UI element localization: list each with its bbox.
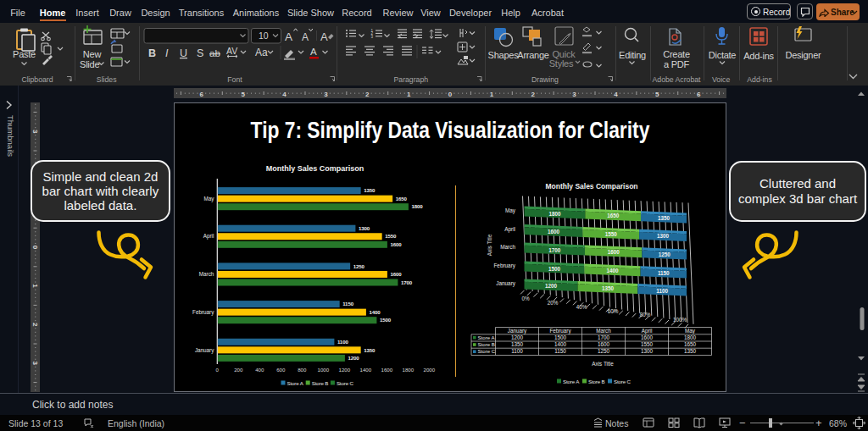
- svg-text:1600: 1600: [390, 241, 402, 247]
- svg-text:1: 1: [490, 91, 494, 98]
- svg-text:A: A: [285, 30, 292, 43]
- svg-text:March: March: [500, 244, 515, 250]
- svg-text:1350: 1350: [684, 348, 697, 354]
- svg-text:ab: ab: [209, 48, 220, 58]
- svg-text:3: 3: [324, 91, 328, 98]
- svg-text:I: I: [165, 47, 169, 59]
- svg-text:Monthly Sales Comparison: Monthly Sales Comparison: [266, 164, 364, 173]
- svg-text:1250: 1250: [353, 263, 365, 269]
- svg-text:1150: 1150: [342, 301, 354, 307]
- svg-text:1250: 1250: [598, 348, 610, 354]
- svg-text:March: March: [199, 271, 214, 277]
- svg-text:3: 3: [31, 130, 39, 134]
- svg-text:0: 0: [31, 246, 39, 250]
- svg-text:January: January: [195, 347, 214, 354]
- svg-text:1400: 1400: [360, 367, 372, 373]
- svg-text:1700: 1700: [598, 334, 610, 340]
- svg-text:6: 6: [697, 91, 701, 98]
- svg-text:400: 400: [255, 367, 264, 373]
- svg-text:1600: 1600: [381, 367, 393, 373]
- svg-text:May: May: [203, 196, 214, 202]
- svg-text:3: 3: [572, 91, 576, 98]
- svg-text:1300: 1300: [641, 348, 654, 354]
- svg-text:April: April: [642, 328, 653, 334]
- svg-text:2000: 2000: [424, 367, 436, 373]
- svg-text:1100: 1100: [337, 339, 349, 345]
- svg-text:Store B: Store B: [312, 380, 329, 386]
- svg-text:1: 1: [407, 91, 411, 98]
- svg-text:1200: 1200: [511, 334, 524, 340]
- svg-text:Store C: Store C: [478, 348, 496, 354]
- svg-text:1400: 1400: [369, 309, 381, 315]
- svg-text:3: 3: [31, 362, 39, 366]
- svg-text:1350: 1350: [658, 215, 670, 221]
- svg-text:1800: 1800: [548, 211, 561, 217]
- svg-text:U: U: [180, 47, 187, 59]
- svg-text:1550: 1550: [385, 233, 397, 239]
- svg-text:1550: 1550: [605, 231, 618, 237]
- svg-text:1: 1: [31, 284, 39, 288]
- svg-text:200: 200: [234, 367, 243, 373]
- svg-text:1650: 1650: [684, 341, 697, 347]
- svg-text:May: May: [685, 328, 696, 334]
- svg-text:1400: 1400: [606, 268, 619, 274]
- svg-text:January: January: [496, 280, 516, 287]
- svg-text:February: February: [493, 262, 515, 269]
- svg-text:1800: 1800: [411, 203, 423, 209]
- svg-text:0: 0: [216, 367, 220, 373]
- svg-text:3: 3: [371, 35, 374, 39]
- svg-text:S: S: [197, 47, 203, 59]
- svg-text:1350: 1350: [602, 285, 615, 291]
- svg-text:1350: 1350: [364, 347, 376, 353]
- svg-text:100%: 100%: [673, 317, 687, 323]
- svg-text:1150: 1150: [658, 270, 670, 276]
- svg-text:4: 4: [282, 91, 287, 98]
- svg-text:Monthly Sales Comparison: Monthly Sales Comparison: [545, 182, 637, 191]
- svg-text:April: April: [203, 233, 214, 240]
- svg-text:800: 800: [298, 367, 307, 373]
- svg-text:1700: 1700: [548, 247, 561, 253]
- svg-text:4: 4: [614, 91, 618, 98]
- svg-text:1600: 1600: [390, 271, 402, 277]
- svg-text:Store B: Store B: [478, 341, 495, 347]
- svg-text:February: February: [192, 309, 214, 316]
- svg-text:A: A: [302, 31, 309, 43]
- svg-text:60%: 60%: [608, 308, 619, 314]
- svg-text:Store A: Store A: [478, 334, 496, 340]
- svg-text:May: May: [505, 207, 516, 214]
- svg-text:Store A: Store A: [563, 379, 580, 384]
- svg-text:Store B: Store B: [588, 379, 605, 384]
- svg-text:1550: 1550: [641, 341, 654, 347]
- svg-text:1300: 1300: [359, 225, 370, 231]
- svg-text:1200: 1200: [545, 283, 558, 289]
- svg-text:February: February: [549, 328, 571, 334]
- svg-text:1600: 1600: [608, 249, 620, 255]
- svg-text:Axis Title: Axis Title: [487, 234, 492, 256]
- svg-text:1300: 1300: [657, 233, 670, 239]
- svg-text:10: 10: [259, 30, 269, 41]
- svg-text:1400: 1400: [554, 341, 567, 347]
- svg-text:1600: 1600: [598, 341, 610, 347]
- svg-text:April: April: [504, 226, 515, 233]
- svg-text:5: 5: [241, 91, 245, 98]
- svg-text:Axis Title: Axis Title: [592, 361, 614, 367]
- svg-text:1650: 1650: [607, 213, 620, 218]
- svg-text:1000: 1000: [318, 367, 330, 373]
- svg-text:1800: 1800: [684, 334, 697, 340]
- svg-text:January: January: [508, 328, 527, 334]
- svg-text:1700: 1700: [401, 279, 413, 285]
- svg-text:A: A: [310, 47, 317, 57]
- svg-text:March: March: [596, 328, 611, 334]
- svg-text:1800: 1800: [403, 367, 415, 373]
- svg-text:2: 2: [365, 91, 370, 98]
- svg-text:2: 2: [531, 91, 535, 98]
- svg-text:1250: 1250: [659, 251, 671, 257]
- svg-text:1500: 1500: [380, 317, 392, 323]
- svg-text:1100: 1100: [656, 288, 668, 294]
- svg-text:1500: 1500: [554, 334, 567, 340]
- svg-text:2: 2: [31, 323, 39, 327]
- svg-text:0%: 0%: [521, 296, 530, 301]
- svg-text:1200: 1200: [348, 355, 359, 361]
- svg-text:1600: 1600: [641, 334, 654, 340]
- svg-text:1100: 1100: [511, 348, 523, 354]
